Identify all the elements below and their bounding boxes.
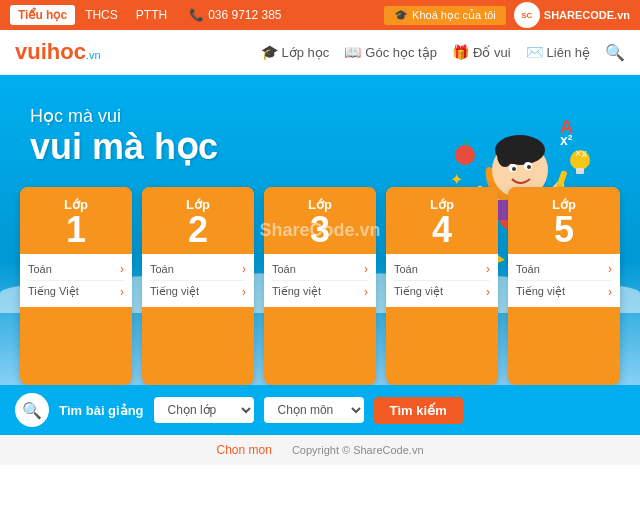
- grade-3-num: 3: [269, 212, 371, 248]
- grade-2-subject-1[interactable]: Toán ›: [150, 258, 246, 281]
- nav-lophoc[interactable]: 🎓 Lớp học: [261, 44, 330, 60]
- phone-number: 036 9712 385: [208, 8, 281, 22]
- khoahoc-icon: 🎓: [394, 9, 408, 22]
- svg-point-7: [512, 167, 516, 171]
- phone-icon: 📞: [189, 8, 204, 22]
- dovui-icon: 🎁: [452, 44, 469, 60]
- top-bar-right: 🎓 Khoá học của tôi SC SHARECODE.vn: [384, 2, 630, 28]
- subject-5-2-name: Tiếng việt: [516, 285, 565, 298]
- subject-5-2-arrow: ›: [608, 285, 612, 299]
- grade-1-num: 1: [25, 212, 127, 248]
- grade-1-subject-2[interactable]: Tiếng Việt ›: [28, 281, 124, 303]
- main-nav-links: 🎓 Lớp học 📖 Góc học tập 🎁 Đố vui ✉️ Liên…: [261, 43, 626, 62]
- search-button[interactable]: Tìm kiếm: [374, 397, 463, 424]
- nav-gochoctap[interactable]: 📖 Góc học tập: [344, 44, 437, 60]
- grade-4-header: Lớp 4: [386, 187, 498, 254]
- subject-2-2-arrow: ›: [242, 285, 246, 299]
- hero-title: vui mà học: [30, 127, 610, 167]
- grade-2-subject-2[interactable]: Tiếng việt ›: [150, 281, 246, 303]
- subject-1-2-name: Tiếng Việt: [28, 285, 79, 298]
- grade-2-header: Lớp 2: [142, 187, 254, 254]
- subject-4-1-name: Toán: [394, 263, 418, 275]
- hero-section: Học mà vui vui mà học: [0, 75, 640, 385]
- hero-background: Học mà vui vui mà học: [0, 75, 640, 385]
- phone-info: 📞 036 9712 385: [189, 8, 281, 22]
- main-nav: vuihoc.vn 🎓 Lớp học 📖 Góc học tập 🎁 Đố v…: [0, 30, 640, 75]
- nav-lophoc-label: Lớp học: [282, 45, 330, 60]
- grade-4-body: Toán › Tiếng việt ›: [386, 254, 498, 307]
- grade-3-header: Lớp 3: [264, 187, 376, 254]
- sharecode-label: SHARECODE.vn: [544, 9, 630, 21]
- grade-1-body: Toán › Tiếng Việt ›: [20, 254, 132, 307]
- grade-5-num: 5: [513, 212, 615, 248]
- grade-5-subject-2[interactable]: Tiếng việt ›: [516, 281, 612, 303]
- grade-card-5[interactable]: Lớp 5 Toán › Tiếng việt ›: [508, 187, 620, 385]
- sharecode-logo-icon: SC: [514, 2, 540, 28]
- chon-lop-select[interactable]: Chọn lớp: [154, 397, 254, 423]
- subject-3-1-arrow: ›: [364, 262, 368, 276]
- subject-4-2-name: Tiếng việt: [394, 285, 443, 298]
- search-bar: 🔍 Tìm bài giảng Chọn lớp Chọn môn Tìm ki…: [0, 385, 640, 435]
- subject-3-2-name: Tiếng việt: [272, 285, 321, 298]
- level-nav: Tiểu học THCS PTTH: [10, 5, 175, 25]
- chon-mon-select[interactable]: Chọn môn: [264, 397, 364, 423]
- subject-4-2-arrow: ›: [486, 285, 490, 299]
- grade-1-header: Lớp 1: [20, 187, 132, 254]
- subject-4-1-arrow: ›: [486, 262, 490, 276]
- search-bar-label: Tìm bài giảng: [59, 403, 144, 418]
- nav-thcs[interactable]: THCS: [77, 5, 126, 25]
- grade-card-3[interactable]: Lớp 3 Toán › Tiếng việt ›: [264, 187, 376, 385]
- nav-lienhe-label: Liên hệ: [547, 45, 590, 60]
- top-bar: Tiểu học THCS PTTH 📞 036 9712 385 🎓 Khoá…: [0, 0, 640, 30]
- grade-5-subject-1[interactable]: Toán ›: [516, 258, 612, 281]
- svg-rect-17: [576, 168, 584, 174]
- grade-card-2[interactable]: Lớp 2 Toán › Tiếng việt ›: [142, 187, 254, 385]
- site-logo[interactable]: vuihoc.vn: [15, 39, 101, 65]
- nav-dovui[interactable]: 🎁 Đố vui: [452, 44, 511, 60]
- search-magnifier-icon: 🔍: [22, 401, 42, 420]
- svg-text:✦: ✦: [450, 171, 463, 188]
- subject-2-2-name: Tiếng việt: [150, 285, 199, 298]
- khoahoc-label: Khoá học của tôi: [412, 9, 496, 22]
- hero-text: Học mà vui vui mà học: [0, 75, 640, 167]
- subject-1-1-name: Toán: [28, 263, 52, 275]
- grade-4-num: 4: [391, 212, 493, 248]
- subject-5-1-name: Toán: [516, 263, 540, 275]
- grade-1-subject-1[interactable]: Toán ›: [28, 258, 124, 281]
- search-icon-wrap: 🔍: [15, 393, 49, 427]
- grade-5-body: Toán › Tiếng việt ›: [508, 254, 620, 307]
- subject-2-1-arrow: ›: [242, 262, 246, 276]
- lophoc-icon: 🎓: [261, 44, 278, 60]
- subject-1-1-arrow: ›: [120, 262, 124, 276]
- khoahoc-button[interactable]: 🎓 Khoá học của tôi: [384, 6, 506, 25]
- goc-icon: 📖: [344, 44, 361, 60]
- lienhe-icon: ✉️: [526, 44, 543, 60]
- grade-3-subject-2[interactable]: Tiếng việt ›: [272, 281, 368, 303]
- grade-cards: Lớp 1 Toán › Tiếng Việt › Lớp: [0, 187, 640, 385]
- chon-mon-link[interactable]: Chon mon: [217, 443, 272, 457]
- grade-card-4[interactable]: Lớp 4 Toán › Tiếng việt ›: [386, 187, 498, 385]
- subject-5-1-arrow: ›: [608, 262, 612, 276]
- footer: Chon mon Copyright © ShareCode.vn: [0, 435, 640, 465]
- hero-subtitle: Học mà vui: [30, 105, 610, 127]
- copyright-text: Copyright © ShareCode.vn: [292, 444, 424, 456]
- nav-lienhe[interactable]: ✉️ Liên hệ: [526, 44, 590, 60]
- grade-2-body: Toán › Tiếng việt ›: [142, 254, 254, 307]
- search-icon[interactable]: 🔍: [605, 43, 625, 62]
- nav-ptth[interactable]: PTTH: [128, 5, 175, 25]
- nav-gochoctap-label: Góc học tập: [365, 45, 437, 60]
- grade-5-header: Lớp 5: [508, 187, 620, 254]
- nav-dovui-label: Đố vui: [473, 45, 511, 60]
- nav-tieu-hoc[interactable]: Tiểu học: [10, 5, 75, 25]
- grade-4-subject-2[interactable]: Tiếng việt ›: [394, 281, 490, 303]
- subject-1-2-arrow: ›: [120, 285, 124, 299]
- logo-text: vuihoc: [15, 39, 86, 64]
- grade-4-subject-1[interactable]: Toán ›: [394, 258, 490, 281]
- subject-3-2-arrow: ›: [364, 285, 368, 299]
- subject-2-1-name: Toán: [150, 263, 174, 275]
- subject-3-1-name: Toán: [272, 263, 296, 275]
- grade-3-subject-1[interactable]: Toán ›: [272, 258, 368, 281]
- grade-card-1[interactable]: Lớp 1 Toán › Tiếng Việt ›: [20, 187, 132, 385]
- grade-2-num: 2: [147, 212, 249, 248]
- logo-vn: .vn: [86, 49, 101, 61]
